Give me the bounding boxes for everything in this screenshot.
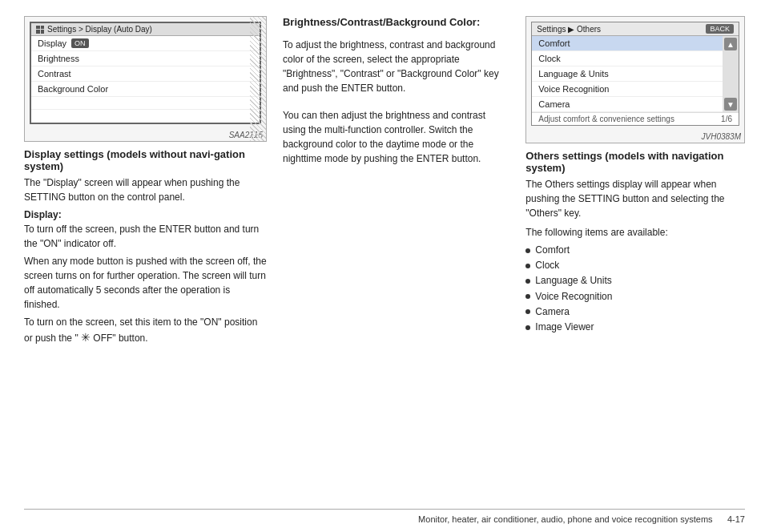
bullet-dot	[525, 309, 530, 314]
right-screen-inner: Settings ▶ Others BACK Comfort Clock	[531, 22, 739, 126]
row-label-display: Display	[38, 38, 66, 48]
footer-main-text: Monitor, heater, air conditioner, audio,…	[418, 514, 713, 524]
right-screen-rows: Comfort Clock Language & Units Voice Rec…	[532, 36, 723, 112]
right-text-section: Others settings (models with navigation …	[525, 150, 745, 335]
row-label-brightness: Brightness	[38, 54, 79, 63]
bullet-dot	[525, 294, 530, 299]
right-bullet-list: Comfort Clock Language & Units Voice Rec…	[525, 243, 745, 335]
middle-section-heading: Brightness/Contrast/Background Color:	[283, 16, 509, 28]
asterisk-symbol: ✳	[81, 331, 91, 344]
row-label-contrast: Contrast	[38, 69, 71, 79]
footer-adjust-text: Adjust comfort & convenience settings	[538, 115, 674, 123]
middle-column: Brightness/Contrast/Background Color: To…	[275, 16, 517, 509]
main-content: Settings > Display (Auto Day) Display ON…	[24, 16, 745, 509]
left-screen-inner: Settings > Display (Auto Day) Display ON…	[30, 22, 261, 124]
right-row-comfort[interactable]: Comfort	[532, 36, 723, 51]
middle-body2: You can then adjust the brightness and c…	[283, 108, 509, 166]
left-column: Settings > Display (Auto Day) Display ON…	[24, 16, 267, 509]
list-item-lang: Language & Units	[525, 273, 745, 288]
scroll-up-button[interactable]: ▲	[724, 38, 737, 50]
screen-diagonal-lines	[250, 17, 266, 141]
list-item-image-viewer: Image Viewer	[525, 320, 745, 335]
left-screen-header: Settings > Display (Auto Day)	[31, 23, 260, 36]
middle-body1: To adjust the brightness, contrast and b…	[283, 38, 509, 95]
display-body3b-text: OFF" button.	[93, 332, 147, 344]
right-screen-rows-wrap: Comfort Clock Language & Units Voice Rec…	[532, 36, 739, 112]
list-item-clock-label: Clock	[535, 258, 559, 273]
screen-row-empty2	[31, 110, 260, 123]
left-screen: Settings > Display (Auto Day) Display ON…	[24, 16, 267, 142]
right-row-clock-label: Clock	[538, 54, 561, 63]
back-button[interactable]: BACK	[706, 24, 734, 34]
screen-row-bgcolor: Background Color	[31, 82, 260, 97]
left-body1: The "Display" screen will appear when pu…	[24, 175, 267, 204]
page-footer: Monitor, heater, air conditioner, audio,…	[24, 509, 745, 524]
bullet-dot	[525, 279, 530, 284]
right-screen-caption: JVH0383M	[526, 131, 744, 143]
right-body2: The following items are available:	[525, 225, 745, 240]
right-screen-header-text: Settings ▶ Others	[537, 25, 601, 34]
left-screen-rows: Display ON Brightness Contrast Backgroun…	[31, 36, 260, 123]
right-body1: The Others settings display will appear …	[525, 177, 745, 220]
list-item-voice: Voice Recognition	[525, 289, 745, 304]
right-row-lang-label: Language & Units	[538, 69, 608, 79]
footer-page-number: 4-17	[727, 514, 745, 524]
right-row-comfort-label: Comfort	[538, 38, 570, 48]
bullet-dot	[525, 325, 530, 330]
right-row-clock[interactable]: Clock	[532, 51, 723, 66]
page-info: 1/6	[721, 115, 732, 123]
right-row-voice-label: Voice Recognition	[538, 84, 609, 94]
footer-text: Monitor, heater, air conditioner, audio,…	[418, 514, 745, 524]
screen-row-brightness: Brightness	[31, 51, 260, 66]
list-item-voice-label: Voice Recognition	[535, 289, 612, 304]
list-item-camera: Camera	[525, 304, 745, 320]
display-body2: When any mode button is pushed with the …	[24, 254, 267, 312]
list-item-clock: Clock	[525, 258, 745, 273]
scroll-area: ▲ ▼	[723, 36, 739, 112]
on-badge: ON	[71, 38, 89, 48]
list-item-camera-label: Camera	[535, 304, 570, 320]
left-section-heading: Display settings (models without navi-ga…	[24, 148, 267, 172]
grid-icon	[36, 26, 44, 34]
screen-row-contrast: Contrast	[31, 66, 260, 82]
right-screen: Settings ▶ Others BACK Comfort Clock	[525, 16, 745, 143]
left-screen-caption: SAA2115	[25, 129, 266, 141]
display-body1: To turn off the screen, push the ENTER b…	[24, 222, 267, 251]
row-label-bgcolor: Background Color	[38, 84, 108, 94]
bullet-dot	[525, 264, 530, 268]
screen-row-display: Display ON	[31, 36, 260, 51]
left-screen-header-text: Settings > Display (Auto Day)	[47, 25, 152, 34]
right-row-camera[interactable]: Camera	[532, 97, 723, 112]
scroll-down-button[interactable]: ▼	[724, 98, 737, 111]
list-item-lang-label: Language & Units	[535, 273, 611, 288]
list-item-image-viewer-label: Image Viewer	[535, 320, 594, 335]
left-screen-rows-wrap: Display ON Brightness Contrast Backgroun…	[31, 36, 260, 123]
right-section-heading: Others settings (models with navigation …	[525, 150, 745, 174]
list-item-comfort: Comfort	[525, 243, 745, 258]
right-row-lang[interactable]: Language & Units	[532, 66, 723, 82]
screen-row-empty1	[31, 97, 260, 110]
right-screen-header: Settings ▶ Others BACK	[532, 22, 739, 36]
right-column: Settings ▶ Others BACK Comfort Clock	[525, 16, 745, 509]
right-screen-footer: Adjust comfort & convenience settings 1/…	[532, 112, 739, 125]
list-item-comfort-label: Comfort	[535, 243, 570, 258]
page-wrapper: Settings > Display (Auto Day) Display ON…	[0, 0, 769, 532]
right-row-voice[interactable]: Voice Recognition	[532, 82, 723, 97]
display-label: Display:	[24, 209, 267, 220]
display-body3: To turn on the screen, set this item to …	[24, 315, 267, 346]
right-row-camera-label: Camera	[538, 99, 570, 109]
bullet-dot	[525, 248, 530, 253]
left-text-section: Display settings (models without navi-ga…	[24, 148, 267, 346]
